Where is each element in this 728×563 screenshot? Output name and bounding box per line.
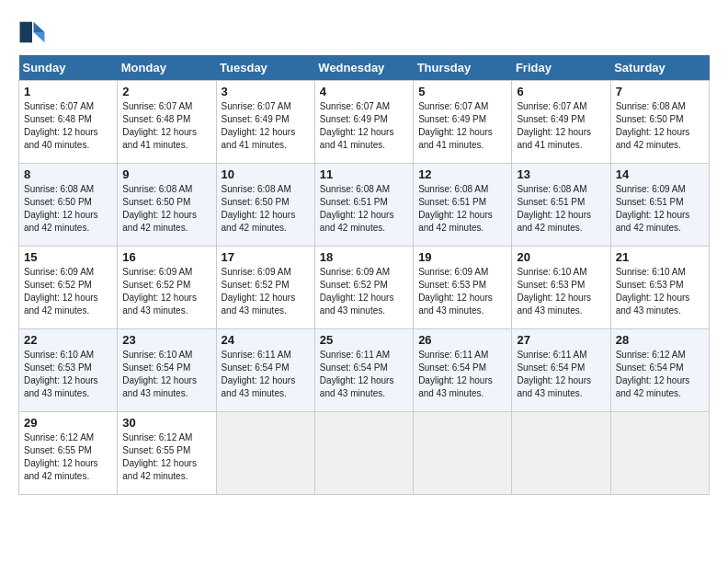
day-cell-3: 3Sunrise: 6:07 AM Sunset: 6:49 PM Daylig… <box>216 81 314 164</box>
day-info: Sunrise: 6:08 AM Sunset: 6:50 PM Dayligh… <box>616 100 704 152</box>
header <box>18 18 710 46</box>
day-number: 28 <box>616 333 704 347</box>
day-cell-4: 4Sunrise: 6:07 AM Sunset: 6:49 PM Daylig… <box>314 81 413 164</box>
day-cell-28: 28Sunrise: 6:12 AM Sunset: 6:54 PM Dayli… <box>610 329 709 412</box>
day-cell-14: 14Sunrise: 6:09 AM Sunset: 6:51 PM Dayli… <box>610 164 709 247</box>
week-row-5: 29Sunrise: 6:12 AM Sunset: 6:55 PM Dayli… <box>19 412 710 495</box>
day-header-tuesday: Tuesday <box>216 55 314 81</box>
day-info: Sunrise: 6:12 AM Sunset: 6:55 PM Dayligh… <box>24 431 112 483</box>
day-cell-30: 30Sunrise: 6:12 AM Sunset: 6:55 PM Dayli… <box>118 412 216 495</box>
day-header-friday: Friday <box>512 55 610 81</box>
day-info: Sunrise: 6:07 AM Sunset: 6:48 PM Dayligh… <box>24 100 112 152</box>
day-number: 15 <box>24 250 112 264</box>
day-cell-22: 22Sunrise: 6:10 AM Sunset: 6:53 PM Dayli… <box>19 329 118 412</box>
day-header-sunday: Sunday <box>19 55 118 81</box>
day-info: Sunrise: 6:09 AM Sunset: 6:51 PM Dayligh… <box>616 183 704 235</box>
day-cell-24: 24Sunrise: 6:11 AM Sunset: 6:54 PM Dayli… <box>216 329 314 412</box>
day-number: 13 <box>517 167 605 181</box>
day-cell-16: 16Sunrise: 6:09 AM Sunset: 6:52 PM Dayli… <box>118 247 216 329</box>
day-number: 3 <box>222 85 310 98</box>
day-cell-15: 15Sunrise: 6:09 AM Sunset: 6:52 PM Dayli… <box>19 247 118 329</box>
empty-cell <box>512 412 610 495</box>
day-info: Sunrise: 6:09 AM Sunset: 6:52 PM Dayligh… <box>320 266 408 317</box>
day-number: 10 <box>222 167 310 181</box>
day-number: 30 <box>122 416 210 430</box>
day-cell-6: 6Sunrise: 6:07 AM Sunset: 6:49 PM Daylig… <box>512 81 610 164</box>
day-info: Sunrise: 6:10 AM Sunset: 6:53 PM Dayligh… <box>616 266 704 317</box>
day-info: Sunrise: 6:07 AM Sunset: 6:49 PM Dayligh… <box>222 100 310 152</box>
day-cell-26: 26Sunrise: 6:11 AM Sunset: 6:54 PM Dayli… <box>414 329 512 412</box>
day-info: Sunrise: 6:09 AM Sunset: 6:52 PM Dayligh… <box>222 266 310 317</box>
day-info: Sunrise: 6:07 AM Sunset: 6:48 PM Dayligh… <box>122 100 210 152</box>
day-number: 20 <box>517 250 605 264</box>
day-number: 22 <box>24 333 112 347</box>
day-cell-21: 21Sunrise: 6:10 AM Sunset: 6:53 PM Dayli… <box>610 247 709 329</box>
svg-rect-3 <box>20 22 33 43</box>
day-header-saturday: Saturday <box>610 55 709 81</box>
empty-cell <box>414 412 512 495</box>
week-row-2: 8Sunrise: 6:08 AM Sunset: 6:50 PM Daylig… <box>19 164 710 247</box>
day-cell-12: 12Sunrise: 6:08 AM Sunset: 6:51 PM Dayli… <box>414 164 512 247</box>
day-info: Sunrise: 6:08 AM Sunset: 6:51 PM Dayligh… <box>320 183 408 235</box>
day-number: 19 <box>418 250 506 264</box>
day-header-monday: Monday <box>118 55 216 81</box>
day-info: Sunrise: 6:11 AM Sunset: 6:54 PM Dayligh… <box>222 349 310 400</box>
day-info: Sunrise: 6:08 AM Sunset: 6:50 PM Dayligh… <box>24 183 112 235</box>
day-number: 16 <box>122 250 210 264</box>
day-info: Sunrise: 6:12 AM Sunset: 6:55 PM Dayligh… <box>122 431 210 483</box>
day-info: Sunrise: 6:09 AM Sunset: 6:52 PM Dayligh… <box>24 266 112 317</box>
day-info: Sunrise: 6:11 AM Sunset: 6:54 PM Dayligh… <box>418 349 506 400</box>
day-info: Sunrise: 6:07 AM Sunset: 6:49 PM Dayligh… <box>418 100 506 152</box>
day-info: Sunrise: 6:08 AM Sunset: 6:50 PM Dayligh… <box>122 183 210 235</box>
day-info: Sunrise: 6:09 AM Sunset: 6:52 PM Dayligh… <box>122 266 210 317</box>
day-info: Sunrise: 6:11 AM Sunset: 6:54 PM Dayligh… <box>320 349 408 400</box>
day-info: Sunrise: 6:10 AM Sunset: 6:54 PM Dayligh… <box>122 349 210 400</box>
logo <box>18 18 50 46</box>
day-cell-2: 2Sunrise: 6:07 AM Sunset: 6:48 PM Daylig… <box>118 81 216 164</box>
day-cell-7: 7Sunrise: 6:08 AM Sunset: 6:50 PM Daylig… <box>610 81 709 164</box>
day-number: 5 <box>418 85 506 98</box>
week-row-4: 22Sunrise: 6:10 AM Sunset: 6:53 PM Dayli… <box>19 329 710 412</box>
day-info: Sunrise: 6:08 AM Sunset: 6:51 PM Dayligh… <box>418 183 506 235</box>
day-cell-8: 8Sunrise: 6:08 AM Sunset: 6:50 PM Daylig… <box>19 164 118 247</box>
day-number: 8 <box>24 167 112 181</box>
week-row-1: 1Sunrise: 6:07 AM Sunset: 6:48 PM Daylig… <box>19 81 710 164</box>
day-number: 6 <box>517 85 605 98</box>
day-info: Sunrise: 6:09 AM Sunset: 6:53 PM Dayligh… <box>418 266 506 317</box>
calendar-table: SundayMondayTuesdayWednesdayThursdayFrid… <box>18 55 710 495</box>
day-number: 17 <box>222 250 310 264</box>
day-number: 1 <box>24 85 112 98</box>
day-number: 2 <box>122 85 210 98</box>
week-row-3: 15Sunrise: 6:09 AM Sunset: 6:52 PM Dayli… <box>19 247 710 329</box>
day-info: Sunrise: 6:11 AM Sunset: 6:54 PM Dayligh… <box>517 349 605 400</box>
day-cell-18: 18Sunrise: 6:09 AM Sunset: 6:52 PM Dayli… <box>314 247 413 329</box>
day-info: Sunrise: 6:08 AM Sunset: 6:50 PM Dayligh… <box>222 183 310 235</box>
day-cell-19: 19Sunrise: 6:09 AM Sunset: 6:53 PM Dayli… <box>414 247 512 329</box>
day-number: 7 <box>616 85 704 98</box>
day-number: 9 <box>122 167 210 181</box>
day-cell-20: 20Sunrise: 6:10 AM Sunset: 6:53 PM Dayli… <box>512 247 610 329</box>
day-cell-5: 5Sunrise: 6:07 AM Sunset: 6:49 PM Daylig… <box>414 81 512 164</box>
day-number: 4 <box>320 85 408 98</box>
empty-cell <box>610 412 709 495</box>
days-header-row: SundayMondayTuesdayWednesdayThursdayFrid… <box>19 55 710 81</box>
day-cell-1: 1Sunrise: 6:07 AM Sunset: 6:48 PM Daylig… <box>19 81 118 164</box>
day-info: Sunrise: 6:07 AM Sunset: 6:49 PM Dayligh… <box>320 100 408 152</box>
day-cell-17: 17Sunrise: 6:09 AM Sunset: 6:52 PM Dayli… <box>216 247 314 329</box>
day-header-thursday: Thursday <box>414 55 512 81</box>
day-cell-11: 11Sunrise: 6:08 AM Sunset: 6:51 PM Dayli… <box>314 164 413 247</box>
day-number: 11 <box>320 167 408 181</box>
day-number: 27 <box>517 333 605 347</box>
day-number: 25 <box>320 333 408 347</box>
day-info: Sunrise: 6:08 AM Sunset: 6:51 PM Dayligh… <box>517 183 605 235</box>
day-number: 23 <box>122 333 210 347</box>
logo-icon <box>18 18 46 46</box>
day-cell-13: 13Sunrise: 6:08 AM Sunset: 6:51 PM Dayli… <box>512 164 610 247</box>
day-number: 21 <box>616 250 704 264</box>
day-info: Sunrise: 6:10 AM Sunset: 6:53 PM Dayligh… <box>517 266 605 317</box>
day-number: 26 <box>418 333 506 347</box>
day-cell-25: 25Sunrise: 6:11 AM Sunset: 6:54 PM Dayli… <box>314 329 413 412</box>
day-cell-9: 9Sunrise: 6:08 AM Sunset: 6:50 PM Daylig… <box>118 164 216 247</box>
day-number: 18 <box>320 250 408 264</box>
day-number: 14 <box>616 167 704 181</box>
